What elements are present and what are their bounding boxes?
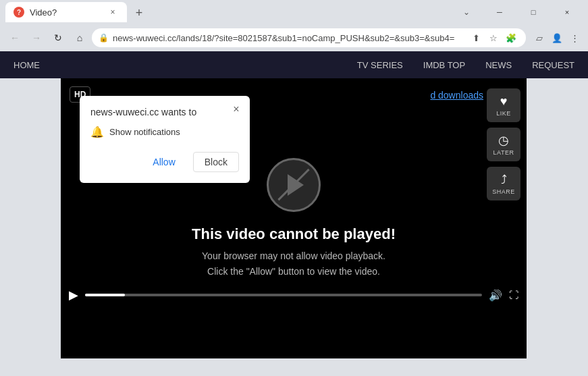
menu-button[interactable]: ⋮ (566, 30, 583, 46)
popup-title: news-wuweci.cc wants to (90, 107, 239, 117)
allow-button[interactable]: Allow (142, 152, 186, 172)
split-view-button[interactable]: ▱ (531, 30, 547, 46)
new-tab-button[interactable]: + (130, 3, 149, 22)
share-icon: ⤴ (501, 173, 507, 187)
nav-request[interactable]: REQUEST (532, 60, 574, 70)
video-play-button[interactable]: ▶ (69, 288, 78, 302)
address-text: news-wuweci.cc/lands/18/?site=8021587&su… (113, 33, 464, 43)
video-error-title: This video cannot be played! (192, 225, 396, 243)
refresh-button[interactable]: ↻ (49, 28, 68, 47)
volume-button[interactable]: 🔊 (489, 289, 502, 302)
bookmark-button[interactable]: ☆ (485, 30, 502, 46)
nav-home[interactable]: HOME (14, 60, 40, 70)
share-button[interactable]: ⤴ SHARE (487, 167, 520, 200)
maximize-button[interactable]: □ (518, 1, 549, 23)
like-label: LIKE (496, 110, 511, 117)
later-label: LATER (493, 149, 514, 156)
nav-tv-series[interactable]: TV SERIES (357, 60, 403, 70)
video-error-line2: Click the "Allow" button to view the vid… (202, 264, 385, 279)
video-error-line1: Your browser may not allow video playbac… (202, 248, 385, 263)
fullscreen-button[interactable]: ⛶ (509, 290, 518, 300)
video-sidebar: ♥ LIKE ◷ LATER ⤴ SHARE (487, 88, 520, 200)
forward-button[interactable]: → (27, 28, 46, 47)
lock-icon: 🔒 (99, 33, 109, 43)
video-error-text: Your browser may not allow video playbac… (202, 248, 385, 279)
close-button[interactable]: × (552, 1, 583, 23)
window-controls: ─ □ × (484, 1, 583, 23)
chrome-window: Video? × + ⌄ ─ □ × ← → ↻ ⌂ 🔒 news-wuweci… (0, 0, 588, 376)
extension-button[interactable]: 🧩 (503, 30, 519, 46)
active-tab[interactable]: Video? × (5, 2, 127, 22)
video-controls: ▶ 🔊 ⛶ (61, 281, 527, 308)
site-nav: HOME TV SERIES IMDB TOP NEWS REQUEST (0, 51, 588, 78)
share-label: SHARE (492, 188, 515, 195)
notification-popup: × news-wuweci.cc wants to 🔔 Show notific… (80, 96, 250, 183)
tab-search-button[interactable]: ⌄ (457, 3, 476, 22)
address-bar-row: ← → ↻ ⌂ 🔒 news-wuweci.cc/lands/18/?site=… (0, 24, 588, 51)
back-button[interactable]: ← (5, 28, 24, 47)
address-bar[interactable]: 🔒 news-wuweci.cc/lands/18/?site=8021587&… (92, 28, 526, 47)
title-bar: Video? × + ⌄ ─ □ × (0, 0, 588, 24)
play-icon-container (273, 165, 314, 205)
website-content: HOME TV SERIES IMDB TOP NEWS REQUEST Thi… (0, 51, 588, 376)
toolbar-actions: ▱ 👤 ⋮ (531, 30, 583, 46)
video-progress-fill (85, 294, 125, 296)
play-slash (277, 169, 309, 200)
popup-permission: 🔔 Show notifications (90, 126, 239, 138)
address-actions: ⬆ ☆ 🧩 (468, 30, 519, 46)
watch-later-button[interactable]: ◷ LATER (487, 128, 520, 161)
play-button-disabled (267, 158, 321, 212)
site-nav-links: TV SERIES IMDB TOP NEWS REQUEST (357, 60, 574, 70)
like-button[interactable]: ♥ LIKE (487, 88, 520, 122)
popup-permission-text: Show notifications (109, 127, 180, 137)
like-icon: ♥ (500, 95, 508, 109)
tab-close-button[interactable]: × (107, 6, 119, 18)
bell-icon: 🔔 (90, 126, 104, 138)
nav-imdb-top[interactable]: IMDB TOP (423, 60, 465, 70)
nav-news[interactable]: NEWS (485, 60, 512, 70)
later-icon: ◷ (498, 133, 509, 148)
popup-close-button[interactable]: × (230, 103, 243, 116)
home-button[interactable]: ⌂ (70, 28, 89, 47)
tab-title: Video? (30, 7, 57, 18)
tab-favicon (14, 7, 24, 18)
minimize-button[interactable]: ─ (484, 1, 515, 23)
block-button[interactable]: Block (193, 152, 239, 172)
popup-buttons: Allow Block (90, 152, 239, 172)
tab-bar: Video? × + (5, 2, 457, 22)
profile-button[interactable]: 👤 (549, 30, 565, 46)
share-page-button[interactable]: ⬆ (468, 30, 484, 46)
downloads-link[interactable]: d downloads (430, 90, 483, 101)
video-progress-bar[interactable] (85, 294, 482, 296)
